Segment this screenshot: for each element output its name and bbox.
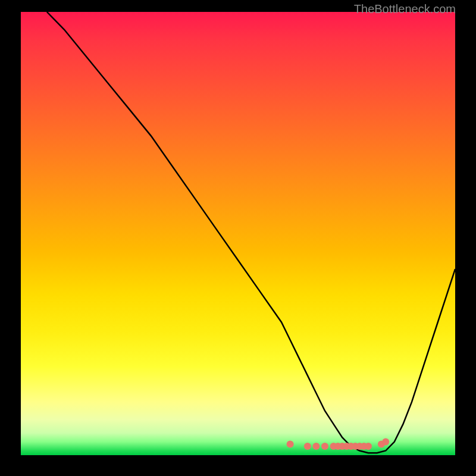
- svg-point-10: [356, 443, 363, 450]
- svg-point-1: [304, 443, 311, 450]
- svg-point-14: [382, 439, 389, 446]
- watermark-text: TheBottleneck.com: [354, 2, 456, 16]
- svg-point-7: [343, 443, 350, 450]
- chart-container: TheBottleneck.com: [0, 0, 476, 476]
- svg-point-5: [334, 443, 342, 450]
- svg-point-3: [321, 443, 328, 450]
- svg-point-6: [339, 443, 346, 450]
- bottleneck-curve: [21, 12, 455, 455]
- svg-point-11: [361, 443, 368, 450]
- svg-point-4: [330, 443, 337, 450]
- plot-area: [21, 12, 455, 455]
- svg-point-2: [312, 443, 320, 450]
- svg-point-0: [287, 440, 294, 447]
- svg-point-9: [352, 443, 359, 450]
- optimal-zone-dots: [21, 12, 455, 455]
- svg-point-13: [378, 440, 385, 447]
- svg-point-8: [347, 443, 355, 450]
- svg-point-12: [365, 443, 372, 450]
